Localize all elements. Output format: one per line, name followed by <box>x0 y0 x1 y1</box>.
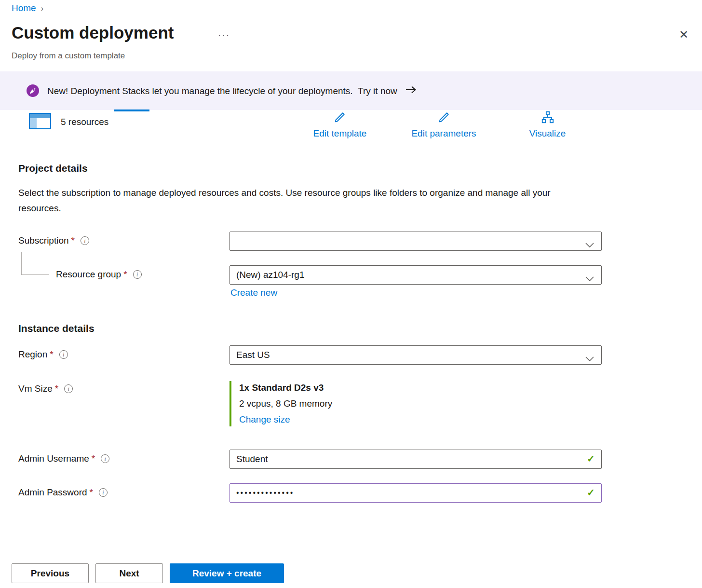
info-icon[interactable]: i <box>81 236 89 245</box>
valid-check-icon: ✓ <box>587 453 595 465</box>
page-title: Custom deployment <box>12 23 174 42</box>
project-details-description: Select the subscription to manage deploy… <box>18 185 573 216</box>
review-create-button[interactable]: Review + create <box>170 563 284 583</box>
required-marker: * <box>92 453 95 464</box>
required-marker: * <box>90 487 93 498</box>
title-ellipsis-icon: ··· <box>218 30 230 41</box>
edit-template-label: Edit template <box>313 128 367 139</box>
resource-group-value: (New) az104-rg1 <box>236 270 305 280</box>
page-subtitle: Deploy from a custom template <box>12 51 125 61</box>
resources-count-label: 5 resources <box>61 117 108 127</box>
info-icon[interactable]: i <box>64 384 73 393</box>
subscription-label: Subscription * i <box>18 235 89 246</box>
subscription-dropdown[interactable] <box>230 232 602 251</box>
change-size-link[interactable]: Change size <box>239 414 290 424</box>
resource-group-connector <box>21 252 49 275</box>
breadcrumb: Home › <box>12 3 43 14</box>
arrow-right-icon[interactable] <box>405 85 417 94</box>
required-marker: * <box>50 349 53 360</box>
vm-size-label: Vm Size * i <box>18 383 73 394</box>
admin-password-label: Admin Password * i <box>18 487 108 498</box>
next-button[interactable]: Next <box>95 563 163 583</box>
info-icon[interactable]: i <box>133 270 142 279</box>
region-dropdown[interactable]: East US <box>230 345 602 365</box>
vm-size-specs: 2 vcpus, 8 GB memory <box>239 398 332 409</box>
pencil-icon <box>437 110 451 126</box>
region-label: Region * i <box>18 349 68 360</box>
banner-message: New! Deployment Stacks let you manage th… <box>47 86 353 96</box>
create-new-link[interactable]: Create new <box>230 287 277 298</box>
pencil-icon <box>333 110 347 126</box>
admin-username-label: Admin Username * i <box>18 453 109 464</box>
template-resources-icon <box>29 113 51 131</box>
required-marker: * <box>71 235 75 246</box>
edit-template-button[interactable]: Edit template <box>306 110 374 139</box>
admin-password-field: ✓ <box>230 483 602 503</box>
breadcrumb-home-link[interactable]: Home <box>12 3 36 14</box>
banner-try-it-now-link[interactable]: Try it now <box>358 86 397 96</box>
edit-parameters-button[interactable]: Edit parameters <box>404 110 484 139</box>
rocket-icon <box>26 84 40 97</box>
info-icon[interactable]: i <box>59 350 68 359</box>
instance-details-heading: Instance details <box>18 323 94 334</box>
visualize-label: Visualize <box>529 128 566 139</box>
required-marker: * <box>55 383 58 394</box>
close-blade-button[interactable]: ✕ <box>679 28 688 41</box>
required-marker: * <box>123 269 127 280</box>
truncated-link-fragment <box>114 109 149 111</box>
region-value: East US <box>236 350 270 360</box>
admin-password-input[interactable] <box>230 483 602 503</box>
info-icon[interactable]: i <box>101 454 109 463</box>
visualize-icon <box>540 110 555 126</box>
vm-size-selection: 1x Standard D2s v3 2 vcpus, 8 GB memory … <box>230 381 332 426</box>
vm-size-title: 1x Standard D2s v3 <box>239 383 332 393</box>
chevron-down-icon <box>585 239 594 250</box>
deployment-stacks-banner: New! Deployment Stacks let you manage th… <box>0 71 702 110</box>
project-details-heading: Project details <box>18 163 88 174</box>
breadcrumb-separator-icon: › <box>41 3 43 13</box>
chevron-down-icon <box>585 273 594 284</box>
chevron-down-icon <box>585 353 594 364</box>
resource-group-label: Resource group * i <box>56 269 142 280</box>
visualize-button[interactable]: Visualize <box>525 110 570 139</box>
admin-username-input[interactable] <box>230 450 602 469</box>
edit-parameters-label: Edit parameters <box>411 128 476 139</box>
previous-button[interactable]: Previous <box>12 563 89 583</box>
info-icon[interactable]: i <box>99 488 108 497</box>
valid-check-icon: ✓ <box>587 487 595 498</box>
resource-group-dropdown[interactable]: (New) az104-rg1 <box>230 265 602 285</box>
admin-username-field: ✓ <box>230 450 602 469</box>
